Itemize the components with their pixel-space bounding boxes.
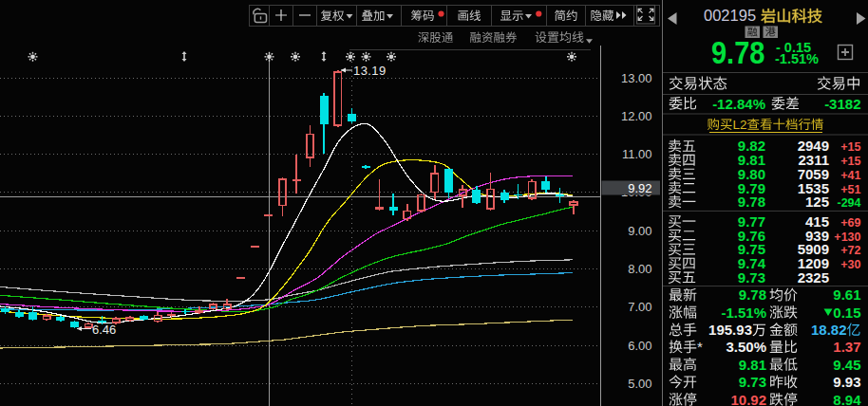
svg-text:2325: 2325 xyxy=(798,269,829,286)
svg-text:L2: L2 xyxy=(733,118,747,132)
svg-text:6.46: 6.46 xyxy=(92,323,116,337)
svg-text:002195: 002195 xyxy=(704,7,756,24)
svg-text:10.92: 10.92 xyxy=(730,392,766,406)
svg-text:+130: +130 xyxy=(834,231,860,244)
svg-text:+69: +69 xyxy=(840,216,860,230)
svg-text:8.94: 8.94 xyxy=(833,392,861,406)
svg-text:*: * xyxy=(697,339,703,355)
svg-text:18.82: 18.82 xyxy=(811,322,847,338)
svg-text:8.00: 8.00 xyxy=(628,262,651,276)
svg-text:-1.51%: -1.51% xyxy=(775,51,819,66)
svg-text:11.00: 11.00 xyxy=(622,147,652,161)
svg-text:+51: +51 xyxy=(840,183,860,196)
svg-text:195.93: 195.93 xyxy=(708,322,752,338)
svg-text:9.78: 9.78 xyxy=(738,194,765,210)
svg-text:6.00: 6.00 xyxy=(628,339,651,353)
svg-text:13.00: 13.00 xyxy=(621,71,652,85)
svg-text:9.61: 9.61 xyxy=(833,286,860,303)
svg-text:0.15: 0.15 xyxy=(833,304,860,321)
svg-text:9.73: 9.73 xyxy=(738,269,765,286)
svg-text:12.00: 12.00 xyxy=(621,109,652,123)
svg-text:9.78: 9.78 xyxy=(739,286,766,303)
svg-text:+30: +30 xyxy=(840,258,860,271)
svg-text:-294: -294 xyxy=(837,196,860,210)
svg-text:+15: +15 xyxy=(840,155,860,168)
svg-text:9.73: 9.73 xyxy=(739,374,766,390)
svg-text:9.78: 9.78 xyxy=(711,35,764,70)
svg-text:5.00: 5.00 xyxy=(628,377,651,391)
svg-text:9.00: 9.00 xyxy=(628,224,651,238)
svg-text:9.92: 9.92 xyxy=(628,181,651,195)
svg-text:1.37: 1.37 xyxy=(833,339,860,355)
svg-text:9.45: 9.45 xyxy=(833,357,860,373)
svg-text:-1.51%: -1.51% xyxy=(721,304,766,321)
svg-text:-3182: -3182 xyxy=(824,96,860,112)
svg-text:13.19: 13.19 xyxy=(353,64,387,78)
svg-text:9.81: 9.81 xyxy=(739,357,766,373)
svg-text:+41: +41 xyxy=(840,169,860,182)
svg-text:+15: +15 xyxy=(840,140,860,154)
svg-text:-12.84%: -12.84% xyxy=(712,96,765,112)
svg-text:3.50%: 3.50% xyxy=(726,339,766,355)
svg-text:9.93: 9.93 xyxy=(833,374,860,390)
svg-text:+72: +72 xyxy=(840,244,860,257)
svg-text:125: 125 xyxy=(805,194,829,210)
svg-text:7.00: 7.00 xyxy=(628,300,651,314)
